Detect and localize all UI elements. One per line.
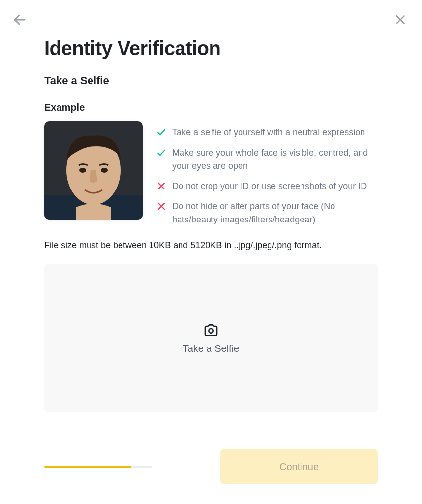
svg-point-6	[79, 168, 86, 173]
svg-point-7	[101, 168, 108, 173]
close-icon	[394, 13, 407, 26]
rule-item: Take a selfie of yourself with a neutral…	[156, 126, 378, 139]
cross-icon	[156, 201, 166, 211]
step-subheading: Take a Selfie	[44, 74, 378, 87]
continue-button[interactable]: Continue	[220, 449, 378, 484]
check-icon	[156, 148, 166, 158]
rule-text: Do not hide or alter parts of your face …	[172, 200, 378, 226]
file-size-note: File size must be between 10KB and 5120K…	[44, 240, 378, 251]
page-title: Identity Verification	[44, 37, 378, 60]
rule-text: Take a selfie of yourself with a neutral…	[172, 126, 365, 139]
progress-fill	[44, 466, 131, 468]
svg-point-12	[209, 328, 213, 333]
rule-item: Do not hide or alter parts of your face …	[156, 200, 378, 226]
take-selfie-area[interactable]: Take a Selfie	[44, 264, 378, 412]
check-icon	[156, 127, 166, 137]
cross-icon	[156, 181, 166, 191]
take-selfie-label: Take a Selfie	[183, 343, 240, 354]
camera-icon	[203, 322, 219, 338]
progress-bar	[44, 466, 152, 468]
example-label: Example	[44, 102, 378, 113]
face-placeholder-icon	[44, 121, 143, 220]
back-button[interactable]	[12, 12, 28, 28]
rules-list: Take a selfie of yourself with a neutral…	[156, 121, 378, 226]
rule-item: Make sure your whole face is visible, ce…	[156, 146, 378, 173]
arrow-left-icon	[12, 12, 27, 27]
rule-text: Do not crop your ID or use screenshots o…	[172, 180, 367, 193]
close-button[interactable]	[392, 12, 408, 28]
rule-item: Do not crop your ID or use screenshots o…	[156, 180, 378, 193]
rule-text: Make sure your whole face is visible, ce…	[172, 146, 378, 173]
example-selfie-image	[44, 121, 143, 220]
